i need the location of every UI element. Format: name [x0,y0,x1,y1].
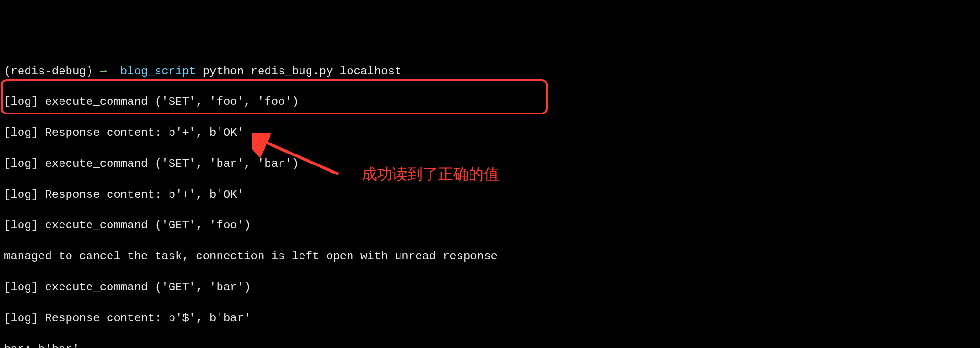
log-line: [log] execute_command ('GET', 'foo') [4,218,976,233]
venv-name: (redis-debug) [4,65,93,78]
log-line: [log] execute_command ('GET', 'bar') [4,280,976,295]
log-line: [log] Response content: b'+', b'OK' [4,187,976,203]
log-line: managed to cancel the task, connection i… [4,249,976,264]
cwd-name: blog_script [120,65,196,78]
output-line: bar: b'bar' [4,342,976,348]
log-line: [log] execute_command ('SET', 'foo', 'fo… [4,94,976,110]
command-text: python redis_bug.py localhost [203,65,402,78]
prompt-line-1: (redis-debug) → blog_script python redis… [4,64,976,79]
log-line: [log] Response content: b'$', b'bar' [4,311,976,326]
log-line: [log] execute_command ('SET', 'bar', 'ba… [4,156,976,172]
prompt-arrow-icon: → [100,65,107,78]
log-line: [log] Response content: b'+', b'OK' [4,125,976,141]
